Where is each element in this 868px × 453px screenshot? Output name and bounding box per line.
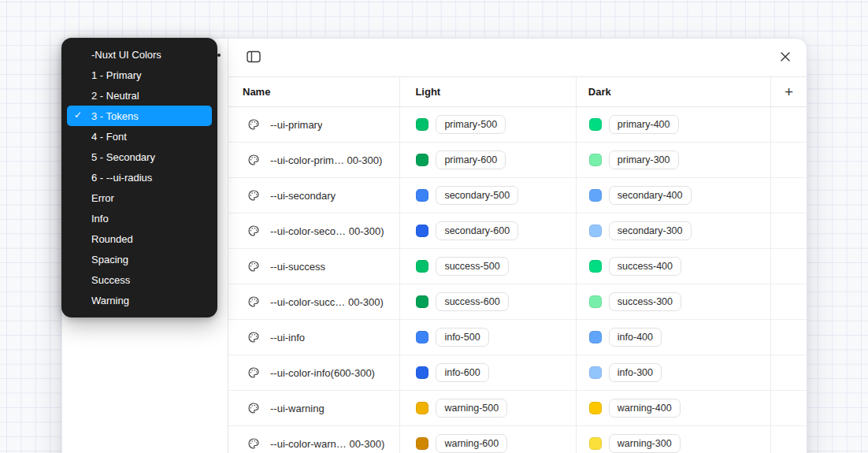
light-color-swatch[interactable] [416,225,428,237]
menu-item-success[interactable]: Success [67,269,212,290]
light-alias-chip[interactable]: success-500 [436,257,508,276]
dark-color-swatch[interactable] [589,366,602,379]
variable-name-cell[interactable]: --ui-primary [228,107,400,142]
dark-alias-chip[interactable]: secondary-300 [609,221,692,240]
dark-alias-chip[interactable]: secondary-400 [609,186,692,205]
light-alias-chip[interactable]: info-500 [436,328,488,347]
variable-row[interactable]: --ui-warning warning-500 warning-400 [228,391,807,426]
light-color-swatch[interactable] [416,154,428,166]
dark-color-swatch[interactable] [589,295,602,308]
column-header-dark-mode[interactable]: Dark [577,77,771,106]
menu-item-label: 2 - Neutral [91,90,139,102]
dark-color-swatch[interactable] [589,225,602,237]
dark-color-swatch[interactable] [589,189,602,202]
light-color-swatch[interactable] [416,295,428,308]
light-color-swatch[interactable] [416,260,428,273]
variable-name-cell[interactable]: --ui-color-prim… 00-300) [228,143,400,177]
dark-alias-chip[interactable]: info-300 [609,363,662,382]
menu-item-5-secondary[interactable]: 5 - Secondary [67,147,212,167]
menu-item-4-font[interactable]: 4 - Font [67,126,212,147]
light-color-swatch[interactable] [416,189,428,202]
palette-icon [247,118,260,131]
close-button[interactable] [775,47,796,68]
light-value-cell: warning-500 [400,391,576,425]
menu-item-3-tokens[interactable]: ✓3 - Tokens [67,106,212,126]
light-value-cell: success-500 [400,249,576,284]
light-alias-chip[interactable]: primary-500 [436,115,506,134]
light-color-swatch[interactable] [416,437,428,450]
light-alias-chip[interactable]: primary-600 [436,150,506,169]
dark-value-cell: info-300 [577,355,771,390]
variables-table-body: --ui-primary primary-500 primary-400 [228,107,807,453]
dark-alias-chip[interactable]: primary-300 [609,150,679,169]
dark-value-cell: warning-400 [577,391,771,425]
variable-row[interactable]: --ui-color-info(600-300) info-600 info-3… [228,355,807,391]
menu-item-spacing[interactable]: Spacing [67,249,212,269]
dark-color-swatch[interactable] [589,437,602,450]
menu-item-rounded[interactable]: Rounded [67,228,212,249]
light-color-swatch[interactable] [416,331,428,343]
dark-color-swatch[interactable] [589,331,602,343]
menu-item-label: Info [91,213,109,225]
menu-item-error[interactable]: Error [67,188,212,208]
column-header-light-label: Light [415,86,440,98]
variable-row[interactable]: --ui-primary primary-500 primary-400 [228,107,807,143]
light-alias-chip[interactable]: secondary-500 [436,186,518,205]
menu-item-label: Spacing [91,254,128,265]
dark-color-swatch[interactable] [589,260,602,273]
variable-name-cell[interactable]: --ui-color-info(600-300) [228,355,400,390]
variable-name-cell[interactable]: --ui-secondary [228,178,400,213]
menu-item-warning[interactable]: Warning [67,290,212,310]
variable-name-cell[interactable]: --ui-success [228,249,400,284]
light-color-swatch[interactable] [416,118,428,131]
dark-alias-chip[interactable]: warning-300 [609,434,681,453]
empty-cell [771,426,807,453]
dark-alias-chip[interactable]: info-400 [609,328,662,347]
column-header-light-mode[interactable]: Light [400,77,576,106]
variable-name: --ui-secondary [270,190,336,202]
variable-name-cell[interactable]: --ui-color-warn… 00-300) [228,426,400,453]
table-header-row: Name Light Dark + [228,77,807,107]
menu-item-6-ui-radius[interactable]: 6 - --ui-radius [67,167,212,188]
dark-alias-chip[interactable]: success-400 [609,257,681,276]
menu-item-2-neutral[interactable]: 2 - Neutral [67,85,212,106]
light-alias-chip[interactable]: warning-500 [436,399,507,418]
variable-row[interactable]: --ui-color-succ… 00-300) success-600 suc… [228,284,807,320]
dark-alias-chip[interactable]: warning-400 [609,399,681,418]
dark-value-cell: warning-300 [577,426,771,453]
light-color-swatch[interactable] [416,366,428,379]
light-alias-chip[interactable]: success-600 [436,292,508,311]
variable-row[interactable]: --ui-secondary secondary-500 secondary-4… [228,178,807,214]
dark-alias-chip[interactable]: primary-400 [609,115,679,134]
check-icon: ✓ [74,110,82,121]
dark-color-swatch[interactable] [589,154,602,166]
palette-icon [247,366,260,379]
variable-row[interactable]: --ui-color-seco… 00-300) secondary-600 s… [228,214,807,249]
dark-color-swatch[interactable] [589,402,602,414]
light-alias-chip[interactable]: info-600 [436,363,488,382]
variable-name-cell[interactable]: --ui-color-succ… 00-300) [228,284,400,319]
dark-color-swatch[interactable] [589,118,602,131]
light-alias-chip[interactable]: warning-600 [436,434,507,453]
empty-cell [771,178,807,213]
variable-name-cell[interactable]: --ui-warning [228,391,400,425]
dark-alias-chip[interactable]: success-300 [609,292,681,311]
menu-item-info[interactable]: Info [67,208,212,228]
sidebar-toggle-button[interactable] [243,47,264,68]
light-alias-chip[interactable]: secondary-600 [436,221,518,240]
light-color-swatch[interactable] [416,402,428,414]
menu-item-1-primary[interactable]: 1 - Primary [67,65,212,85]
light-value-cell: primary-500 [400,107,576,142]
dark-chip-label: info-400 [618,332,653,343]
variable-row[interactable]: --ui-info info-500 info-400 [228,320,807,355]
menu-item-nuxt-ui-colors[interactable]: -Nuxt UI Colors [67,44,212,65]
variable-name: --ui-color-prim… 00-300) [270,154,382,166]
variable-row[interactable]: --ui-color-warn… 00-300) warning-600 war… [228,426,807,453]
palette-icon [247,225,260,237]
variable-row[interactable]: --ui-success success-500 success-400 [228,249,807,284]
variable-row[interactable]: --ui-color-prim… 00-300) primary-600 pri… [228,143,807,178]
variable-name-cell[interactable]: --ui-color-seco… 00-300) [228,214,400,248]
light-value-cell: info-500 [400,320,576,355]
add-mode-button[interactable]: + [778,81,800,103]
variable-name-cell[interactable]: --ui-info [228,320,400,355]
